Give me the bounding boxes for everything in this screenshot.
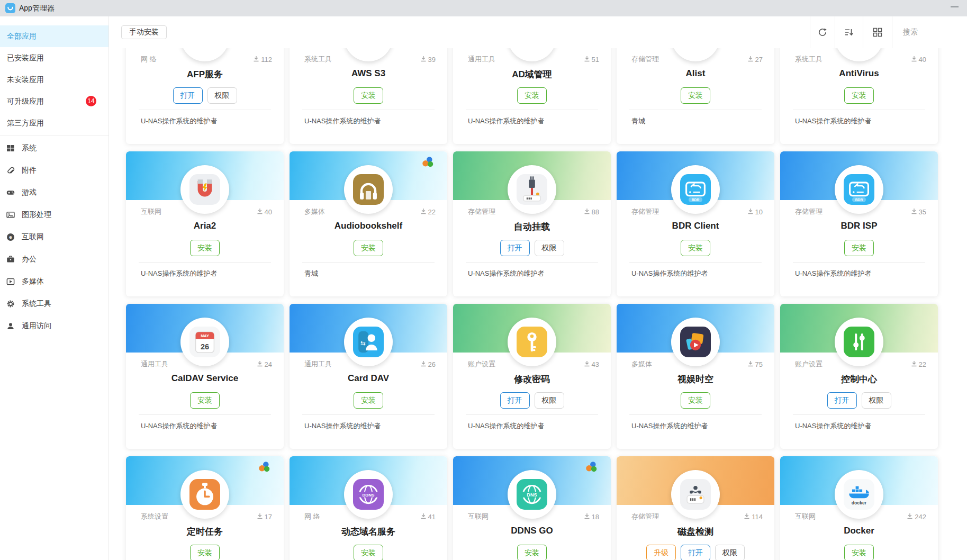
toolbar: 手动安装 搜索 bbox=[109, 16, 967, 49]
card-divider bbox=[466, 110, 598, 110]
app-name: 修改密码 bbox=[453, 373, 611, 385]
window-title: App管理器 bbox=[19, 4, 55, 13]
app-category: 存储管理 bbox=[631, 207, 659, 216]
card-divider bbox=[793, 110, 925, 110]
app-card[interactable]: 存储管理88自动挂载打开权限U-NAS操作系统的维护者 bbox=[453, 151, 611, 296]
svg-text:BDR: BDR bbox=[692, 198, 700, 202]
download-icon bbox=[584, 208, 590, 216]
open-button[interactable]: 打开 bbox=[500, 240, 530, 256]
download-icon bbox=[584, 56, 590, 64]
sidebar-category-item[interactable]: 图形处理 bbox=[0, 204, 109, 226]
open-button[interactable]: 打开 bbox=[173, 87, 203, 104]
app-meta-row: 账户设置43 bbox=[468, 359, 599, 369]
sidebar-category-item[interactable]: 通用访问 bbox=[0, 315, 109, 337]
app-card[interactable]: 通用工具51AD域管理安装U-NAS操作系统的维护者 bbox=[453, 48, 611, 144]
install-button[interactable]: 安装 bbox=[681, 392, 710, 409]
app-name: BDR ISP bbox=[780, 221, 938, 231]
install-button[interactable]: 安装 bbox=[190, 545, 220, 560]
install-button[interactable]: 安装 bbox=[354, 545, 383, 560]
perm-button[interactable]: 权限 bbox=[715, 545, 745, 560]
app-name: 自动挂载 bbox=[453, 221, 611, 233]
download-icon bbox=[907, 513, 913, 521]
app-card[interactable]: 多媒体22Audiobookshelf安装青城 bbox=[290, 151, 447, 296]
stopwatch-icon bbox=[189, 479, 220, 510]
dns-go-icon: DNS bbox=[517, 479, 547, 510]
app-name: Docker bbox=[780, 526, 938, 536]
refresh-icon[interactable] bbox=[810, 16, 835, 48]
sidebar-category-item[interactable]: 系统 bbox=[0, 137, 109, 159]
sidebar-filter-item[interactable]: 已安装应用 bbox=[0, 47, 109, 69]
app-card[interactable]: BDR存储管理10BDR Client安装U-NAS操作系统的维护者 bbox=[617, 151, 774, 296]
app-card[interactable]: 存储管理27Alist安装青城 bbox=[617, 48, 774, 144]
svg-text:docker: docker bbox=[852, 500, 867, 505]
perm-button[interactable]: 权限 bbox=[535, 392, 564, 409]
app-maintainer: U-NAS操作系统的维护者 bbox=[795, 421, 871, 431]
app-card[interactable]: ⇆通用工具26Card DAV安装U-NAS操作系统的维护者 bbox=[290, 304, 447, 449]
toolbar-right: 搜索 bbox=[810, 16, 967, 48]
install-button[interactable]: 安装 bbox=[844, 240, 874, 256]
install-button[interactable]: 安装 bbox=[354, 240, 383, 256]
open-button[interactable]: 打开 bbox=[681, 545, 710, 560]
sidebar-filter-item[interactable]: 未安装应用 bbox=[0, 69, 109, 91]
install-button[interactable]: 安装 bbox=[354, 392, 383, 409]
sidebar-filter-item[interactable]: 可升级应用14 bbox=[0, 91, 109, 112]
minimize-icon[interactable] bbox=[951, 6, 959, 7]
app-card[interactable]: MAY26通用工具24CalDAV Service安装U-NAS操作系统的维护者 bbox=[126, 304, 284, 449]
download-icon bbox=[584, 513, 590, 521]
app-name: AWS S3 bbox=[290, 68, 447, 79]
app-card[interactable]: docker互联网242Docker安装 bbox=[780, 456, 938, 560]
app-buttons: 安装 bbox=[290, 240, 447, 256]
install-button[interactable]: 安装 bbox=[517, 87, 547, 104]
app-buttons: 安装 bbox=[617, 240, 774, 256]
app-card[interactable]: 系统设置17定时任务安装 bbox=[126, 456, 284, 560]
sidebar-category-item[interactable]: 附件 bbox=[0, 159, 109, 182]
open-button[interactable]: 打开 bbox=[500, 392, 530, 409]
app-downloads: 51 bbox=[584, 56, 599, 64]
sidebar-category-label: 图形处理 bbox=[22, 210, 51, 220]
install-button[interactable]: 安装 bbox=[354, 87, 383, 104]
open-button[interactable]: 打开 bbox=[827, 392, 857, 409]
install-button[interactable]: 安装 bbox=[190, 240, 220, 256]
app-card[interactable]: DNS互联网18DDNS GO安装 bbox=[453, 456, 611, 560]
sidebar-category-item[interactable]: e互联网 bbox=[0, 226, 109, 248]
app-card[interactable]: 账户设置43修改密码打开权限U-NAS操作系统的维护者 bbox=[453, 304, 611, 449]
install-button[interactable]: 安装 bbox=[681, 240, 710, 256]
card-divider bbox=[466, 414, 598, 415]
perm-button[interactable]: 权限 bbox=[207, 87, 237, 104]
install-button[interactable]: 安装 bbox=[517, 545, 547, 560]
download-count: 35 bbox=[919, 208, 926, 216]
manual-install-button[interactable]: 手动安装 bbox=[121, 25, 167, 39]
search-input[interactable]: 搜索 bbox=[892, 16, 967, 48]
app-card[interactable]: 互联网40Aria2安装U-NAS操作系统的维护者 bbox=[126, 151, 284, 296]
install-button[interactable]: 安装 bbox=[844, 545, 874, 560]
sidebar-category-item[interactable]: 系统工具 bbox=[0, 293, 109, 315]
aws-s3-icon bbox=[353, 48, 384, 52]
sidebar-category-item[interactable]: 办公 bbox=[0, 248, 109, 270]
app-meta-row: 多媒体75 bbox=[631, 359, 763, 369]
app-card[interactable]: 系统工具40AntiVirus安装U-NAS操作系统的维护者 bbox=[780, 48, 938, 144]
app-card[interactable]: BDR存储管理35BDR ISP安装U-NAS操作系统的维护者 bbox=[780, 151, 938, 296]
perm-button[interactable]: 权限 bbox=[535, 240, 564, 256]
app-card[interactable]: 账户设置22控制中心打开权限U-NAS操作系统的维护者 bbox=[780, 304, 938, 449]
install-button[interactable]: 安装 bbox=[190, 392, 220, 409]
upgrade-button[interactable]: 升级 bbox=[646, 545, 676, 560]
download-icon bbox=[253, 56, 259, 64]
install-button[interactable]: 安装 bbox=[681, 87, 710, 104]
app-card[interactable]: 多媒体75视娱时空安装U-NAS操作系统的维护者 bbox=[617, 304, 774, 449]
sidebar-category-item[interactable]: 游戏 bbox=[0, 182, 109, 204]
sort-icon[interactable] bbox=[835, 16, 863, 48]
app-card[interactable]: DDNS网 络41动态域名服务安装 bbox=[290, 456, 447, 560]
sidebar-filter-item[interactable]: 全部应用 bbox=[0, 25, 109, 47]
install-button[interactable]: 安装 bbox=[844, 87, 874, 104]
app-card[interactable]: 网 络112AFP服务打开权限U-NAS操作系统的维护者 bbox=[126, 48, 284, 144]
grid-view-icon[interactable] bbox=[863, 16, 892, 48]
app-maintainer: U-NAS操作系统的维护者 bbox=[141, 116, 217, 126]
app-card[interactable]: 存储管理114磁盘检测升级打开权限 bbox=[617, 456, 774, 560]
perm-button[interactable]: 权限 bbox=[862, 392, 891, 409]
app-card[interactable]: 系统工具39AWS S3安装U-NAS操作系统的维护者 bbox=[290, 48, 447, 144]
sidebar-filter-item[interactable]: 第三方应用 bbox=[0, 112, 109, 134]
download-icon bbox=[257, 360, 263, 368]
sidebar-category-item[interactable]: 多媒体 bbox=[0, 270, 109, 293]
card-divider bbox=[629, 414, 762, 415]
headphones-icon bbox=[353, 174, 384, 205]
